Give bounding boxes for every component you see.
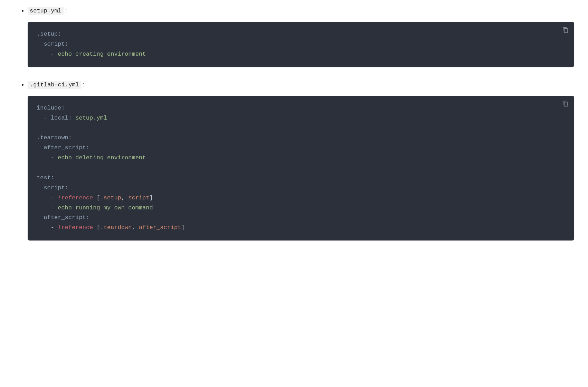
code-token: [72, 115, 75, 121]
file-label-line: .gitlab-ci.yml :: [28, 81, 574, 88]
code-token: -: [51, 224, 58, 231]
filename: .gitlab-ci.yml: [28, 81, 81, 89]
code-token: [37, 214, 44, 221]
code-content: .setup: script: - echo creating environm…: [37, 29, 565, 59]
code-token: echo creating environment: [58, 51, 146, 57]
code-token: [37, 41, 44, 47]
code-token: -: [51, 51, 58, 57]
code-token: .setup: [100, 195, 121, 201]
code-token: ,: [132, 224, 139, 231]
code-block: include: - local: setup.yml .teardown: a…: [28, 96, 574, 241]
code-token: after_script:: [44, 214, 89, 221]
code-token: echo deleting environment: [58, 154, 146, 161]
filename: setup.yml: [28, 7, 64, 15]
code-token: [37, 205, 51, 211]
file-label-line: setup.yml :: [28, 7, 574, 14]
code-token: after_script:: [44, 144, 89, 151]
code-token: -: [51, 154, 58, 161]
file-item: setup.yml :.setup: script: - echo creati…: [28, 7, 574, 67]
code-token: setup.yml: [75, 115, 107, 121]
file-list: setup.yml :.setup: script: - echo creati…: [14, 7, 574, 240]
code-token: ,: [121, 195, 128, 201]
code-token: [37, 115, 44, 121]
code-token: test:: [37, 174, 54, 181]
code-token: !reference: [58, 224, 93, 231]
code-token: .teardown: [100, 224, 132, 231]
code-token: [37, 144, 44, 151]
code-token: [37, 51, 51, 57]
code-block: .setup: script: - echo creating environm…: [28, 22, 574, 67]
code-token: .teardown:: [37, 134, 72, 141]
code-token: [: [93, 224, 100, 231]
code-token: -: [51, 205, 58, 211]
copy-icon[interactable]: [562, 101, 569, 108]
code-token: [: [93, 195, 100, 201]
code-token: [37, 224, 51, 231]
code-token: script:: [44, 185, 68, 191]
code-content: include: - local: setup.yml .teardown: a…: [37, 103, 565, 233]
code-token: -: [44, 115, 50, 121]
code-token: [37, 154, 51, 161]
code-token: !reference: [58, 195, 93, 201]
code-token: script:: [44, 41, 68, 47]
code-token: script: [128, 195, 149, 201]
copy-icon[interactable]: [562, 27, 569, 34]
code-token: ]: [150, 195, 153, 201]
code-token: .setup:: [37, 31, 61, 37]
file-item: .gitlab-ci.yml :include: - local: setup.…: [28, 81, 574, 241]
code-token: -: [51, 195, 58, 201]
code-token: ]: [181, 224, 184, 231]
code-token: [37, 195, 51, 201]
code-token: echo running my own command: [58, 205, 153, 211]
code-token: local:: [51, 115, 72, 121]
code-token: after_script: [139, 224, 181, 231]
code-token: [37, 185, 44, 191]
code-token: include:: [37, 105, 65, 111]
